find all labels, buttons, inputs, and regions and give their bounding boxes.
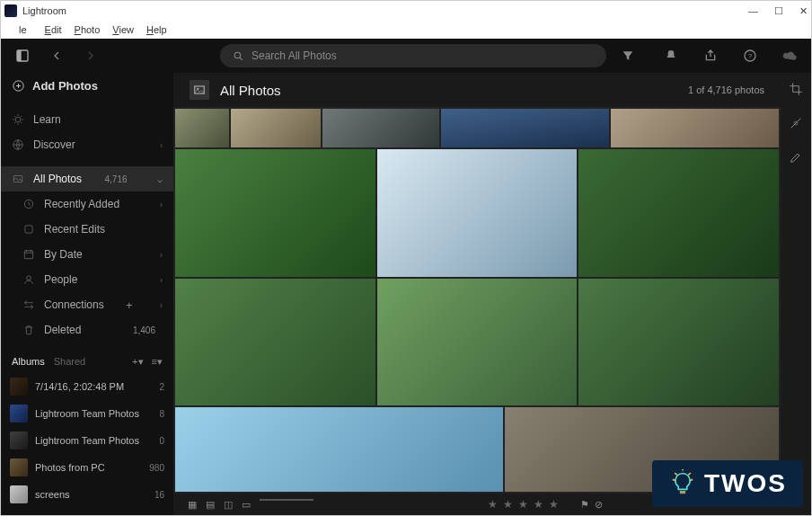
svg-point-2 [234,52,241,58]
photo-thumbnail[interactable] [231,109,321,147]
shared-tab[interactable]: Shared [54,356,85,367]
view-detail-button[interactable]: ▭ [242,499,251,511]
album-item[interactable]: Photos from PC 980 [1,454,173,481]
sidebar-all-photos-label: All Photos [33,173,82,185]
view-compare-button[interactable]: ◫ [224,499,233,511]
rating-star-icon[interactable]: ★ [518,498,528,511]
album-thumb-icon [10,378,28,396]
sidebar-recently-added[interactable]: Recently Added › [12,191,173,217]
menu-edit[interactable]: Edit [40,24,67,35]
photo-thumbnail[interactable] [175,109,229,147]
album-count: 980 [149,463,164,473]
top-toolbar: Search All Photos ? [1,39,811,73]
svg-text:?: ? [748,52,753,60]
photo-thumbnail[interactable] [175,407,503,492]
photo-thumbnail[interactable] [441,109,609,147]
photo-thumbnail[interactable] [377,149,578,276]
photo-thumbnail[interactable] [611,109,779,147]
flag-reject-button[interactable]: ⊘ [595,499,603,511]
view-square-grid-button[interactable]: ▦ [188,499,197,511]
share-button[interactable] [698,43,723,68]
album-thumb-icon [10,485,28,503]
sidebar-learn-label: Learn [33,113,61,126]
album-thumb-icon [10,458,28,476]
sidebar-all-photos[interactable]: All Photos 4,716 ⌵ [1,166,173,191]
rating-star-icon[interactable]: ★ [549,498,559,511]
notifications-button[interactable] [658,43,684,68]
sidebar-people-label: People [44,273,77,286]
menu-view[interactable]: View [107,24,139,35]
photo-grid [173,107,781,494]
menu-photo[interactable]: Photo [69,24,106,35]
search-input[interactable]: Search All Photos [220,44,606,67]
sidebar-deleted[interactable]: Deleted 1,406 [12,317,173,343]
photo-thumbnail[interactable] [578,149,779,276]
album-thumb-icon [10,431,28,449]
photo-thumbnail[interactable] [322,109,439,147]
album-name: Photos from PC [35,462,105,473]
zoom-slider[interactable] [260,499,313,501]
home-panel-button[interactable] [10,43,35,68]
photo-thumbnail[interactable] [578,279,779,405]
forward-button[interactable] [78,43,103,68]
album-item[interactable]: Lightroom Team Photos 8 [1,400,173,427]
menu-help[interactable]: Help [141,24,172,35]
photo-thumbnail[interactable] [377,279,578,405]
sidebar-all-photos-count: 4,716 [105,174,128,184]
photo-thumbnail[interactable] [175,279,375,405]
lightbulb-icon [668,469,697,498]
photo-thumbnail[interactable] [175,149,375,276]
close-button[interactable]: ✕ [799,5,808,17]
chevron-right-icon: › [160,250,163,260]
album-item[interactable]: Lightroom Team Photos 0 [1,427,173,454]
rating-star-icon[interactable]: ★ [534,498,543,511]
flag-pick-button[interactable]: ⚑ [580,499,589,511]
sidebar-recently-added-label: Recently Added [44,198,119,210]
grid-mode-icon [190,80,209,100]
help-button[interactable]: ? [737,43,763,68]
add-photos-label: Add Photos [32,79,98,93]
rating-star-icon[interactable]: ★ [503,498,513,511]
cloud-sync-button[interactable] [777,43,802,68]
crop-tool-button[interactable] [789,82,803,100]
album-count: 8 [159,409,164,419]
add-connection-icon[interactable]: + [126,298,133,312]
watermark-text: TWOS [704,469,787,498]
title-bar: Lightroom — ☐ ✕ [1,1,811,21]
sort-albums-button[interactable]: ≡▾ [152,356,163,367]
watermark-badge: TWOS [652,460,803,507]
content-header: All Photos 1 of 4,716 photos [173,73,781,107]
sidebar-connections[interactable]: Connections + › [12,292,173,317]
chevron-right-icon: › [160,275,163,285]
photo-count: 1 of 4,716 photos [688,85,764,95]
sidebar-recent-edits[interactable]: Recent Edits [12,217,173,242]
heal-tool-button[interactable] [789,116,803,134]
add-album-button[interactable]: +▾ [132,356,143,367]
back-button[interactable] [44,43,69,68]
album-count: 16 [154,490,164,500]
menu-file[interactable]: le [8,24,38,35]
brush-tool-button[interactable] [789,150,803,168]
window-title: Lightroom [22,5,66,16]
page-title: All Photos [220,83,281,98]
add-photos-button[interactable]: Add Photos [1,73,173,98]
svg-rect-11 [24,251,32,259]
albums-tab[interactable]: Albums [12,356,45,367]
sidebar-people[interactable]: People › [12,267,173,292]
album-item[interactable]: screens 16 [1,481,173,508]
view-photo-grid-button[interactable]: ▤ [206,499,215,511]
rating-star-icon[interactable]: ★ [488,498,498,511]
minimize-button[interactable]: — [748,5,758,17]
maximize-button[interactable]: ☐ [774,5,783,17]
album-name: Lightroom Team Photos [35,435,139,446]
sidebar-deleted-count: 1,406 [133,325,155,335]
filter-button[interactable] [615,43,640,68]
svg-rect-1 [17,50,22,61]
sidebar-learn[interactable]: Learn [1,107,173,132]
sidebar-by-date[interactable]: By Date › [12,242,173,267]
svg-point-6 [15,117,21,122]
sidebar-discover[interactable]: Discover › [1,132,173,157]
album-item[interactable]: 7/14/16, 2:02:48 PM 2 [1,373,173,400]
svg-point-14 [197,88,199,90]
chevron-down-icon: ⌵ [157,174,163,184]
